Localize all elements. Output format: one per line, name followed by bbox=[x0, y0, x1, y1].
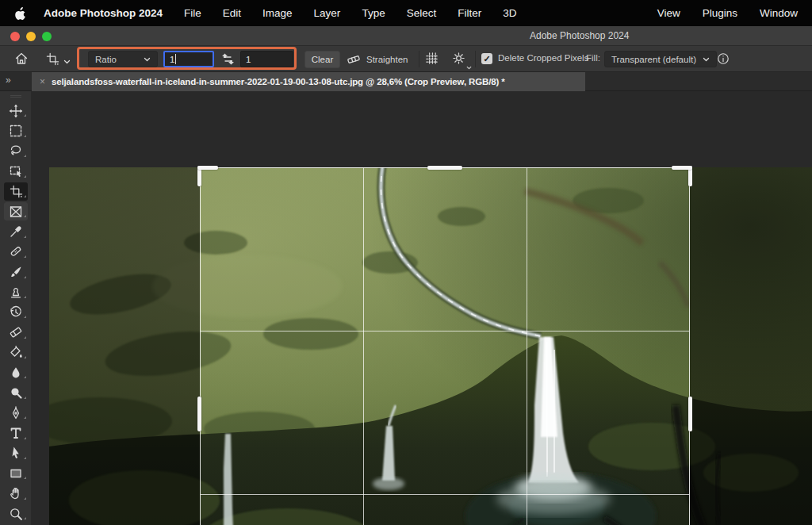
brush-icon bbox=[9, 265, 23, 279]
tool-dodge[interactable] bbox=[0, 382, 32, 402]
clear-button[interactable]: Clear bbox=[304, 51, 340, 68]
menu-image[interactable]: Image bbox=[262, 7, 293, 19]
document-tab-title: seljalandsfoss-waterfall-in-iceland-in-s… bbox=[52, 77, 505, 86]
straighten-icon bbox=[347, 52, 361, 67]
marquee-icon bbox=[9, 124, 23, 138]
ratio-width-input[interactable]: 1 bbox=[163, 51, 214, 67]
document-tab-bar: » × seljalandsfoss-waterfall-in-iceland-… bbox=[0, 72, 812, 91]
crop-icon bbox=[10, 185, 23, 198]
crop-shield-left bbox=[49, 167, 200, 525]
move-icon bbox=[9, 104, 23, 118]
window-title: Adobe Photoshop 2024 bbox=[530, 30, 629, 41]
ratio-height-input[interactable]: 1 bbox=[240, 51, 293, 67]
menu-select[interactable]: Select bbox=[407, 7, 437, 19]
tool-blur[interactable] bbox=[0, 362, 32, 382]
tool-type[interactable] bbox=[0, 423, 32, 443]
tool-pen[interactable] bbox=[0, 403, 32, 423]
fill-dropdown-value: Transparent (default) bbox=[611, 55, 696, 64]
eraser-icon bbox=[9, 325, 23, 339]
menu-3d[interactable]: 3D bbox=[503, 7, 516, 19]
menu-app-name[interactable]: Adobe Photoshop 2024 bbox=[44, 7, 163, 19]
apple-icon[interactable] bbox=[14, 6, 26, 20]
tool-move[interactable] bbox=[0, 101, 32, 121]
tool-object-selection[interactable] bbox=[0, 161, 32, 181]
menu-type[interactable]: Type bbox=[362, 7, 385, 19]
object-selection-icon bbox=[9, 164, 23, 178]
divider bbox=[475, 51, 476, 67]
tool-spot-healing-brush[interactable] bbox=[0, 242, 32, 262]
tool-zoom[interactable] bbox=[0, 504, 32, 523]
frame-icon bbox=[9, 205, 23, 219]
menu-filter[interactable]: Filter bbox=[458, 7, 481, 19]
rectangle-icon bbox=[9, 466, 23, 481]
menu-window[interactable]: Window bbox=[760, 7, 798, 19]
crop-bounding-box[interactable] bbox=[200, 167, 690, 525]
eyedropper-icon bbox=[9, 224, 23, 239]
menu-layer[interactable]: Layer bbox=[314, 7, 341, 19]
chevron-down-icon bbox=[703, 57, 710, 62]
blur-icon bbox=[9, 366, 23, 380]
fill-label: Fill: bbox=[586, 53, 600, 63]
straighten-button[interactable]: Straighten bbox=[347, 51, 408, 68]
tool-frame[interactable] bbox=[0, 201, 32, 221]
swap-dimensions-icon[interactable] bbox=[221, 53, 235, 67]
delete-cropped-pixels-label: Delete Cropped Pixels bbox=[498, 53, 588, 63]
menu-plugins[interactable]: Plugins bbox=[703, 7, 737, 19]
delete-cropped-pixels-checkbox[interactable]: ✓ bbox=[481, 53, 492, 64]
menu-edit[interactable]: Edit bbox=[223, 7, 241, 19]
document-tab[interactable]: × seljalandsfoss-waterfall-in-iceland-in… bbox=[32, 72, 585, 91]
tab-close-icon[interactable]: × bbox=[40, 76, 45, 87]
crop-shield-right bbox=[690, 167, 812, 525]
info-icon[interactable] bbox=[717, 52, 730, 67]
straighten-label: Straighten bbox=[366, 55, 408, 64]
clear-button-label: Clear bbox=[312, 55, 333, 64]
crop-grid-horizontal-2 bbox=[201, 494, 689, 495]
tool-path-selection[interactable] bbox=[0, 443, 32, 463]
crop-handle-middle-right[interactable] bbox=[688, 397, 692, 431]
zoom-icon bbox=[9, 507, 23, 521]
close-window-button[interactable] bbox=[10, 32, 20, 41]
tool-brush[interactable] bbox=[0, 262, 32, 282]
tool-crop[interactable] bbox=[0, 182, 32, 201]
crop-settings-gear-icon[interactable] bbox=[452, 52, 465, 67]
document-canvas[interactable] bbox=[32, 91, 812, 525]
gear-chevron-icon bbox=[466, 62, 472, 71]
home-icon[interactable] bbox=[14, 52, 29, 67]
tool-rectangle-shape[interactable] bbox=[0, 463, 32, 483]
lasso-icon bbox=[9, 144, 23, 158]
menu-view[interactable]: View bbox=[657, 7, 680, 19]
ratio-width-value: 1 bbox=[170, 55, 174, 64]
tool-gradient[interactable] bbox=[0, 343, 32, 362]
tool-eraser[interactable] bbox=[0, 322, 32, 342]
aspect-preset-value: Ratio bbox=[95, 55, 117, 64]
window-title-bar: Adobe Photoshop 2024 bbox=[0, 26, 812, 46]
gradient-icon bbox=[9, 345, 23, 359]
crop-handle-top-center[interactable] bbox=[427, 166, 462, 170]
menu-file[interactable]: File bbox=[184, 7, 201, 19]
tool-history-brush[interactable] bbox=[0, 302, 32, 322]
crop-options-bar: Ratio 1 1 Clear Straighten bbox=[0, 46, 812, 72]
tool-lasso[interactable] bbox=[0, 141, 32, 161]
crop-grid-vertical-1 bbox=[363, 168, 364, 525]
type-icon bbox=[9, 426, 23, 440]
history-brush-icon bbox=[9, 305, 23, 320]
minimize-window-button[interactable] bbox=[26, 32, 36, 41]
check-icon: ✓ bbox=[483, 54, 490, 64]
zoom-window-button[interactable] bbox=[42, 32, 52, 41]
panel-grip[interactable] bbox=[0, 91, 31, 101]
overlay-grid-icon[interactable] bbox=[425, 52, 439, 67]
healing-brush-icon bbox=[9, 244, 23, 259]
panel-collapse-toggle[interactable]: » bbox=[6, 75, 11, 86]
aspect-preset-dropdown[interactable]: Ratio bbox=[88, 51, 158, 67]
crop-handle-top-left-h[interactable] bbox=[197, 166, 218, 170]
tool-rectangular-marquee[interactable] bbox=[0, 121, 32, 140]
tool-preset-chevron-icon[interactable] bbox=[63, 56, 71, 66]
fill-dropdown[interactable]: Transparent (default) bbox=[604, 51, 717, 67]
tool-clone-stamp[interactable] bbox=[0, 282, 32, 302]
crop-handle-middle-left[interactable] bbox=[197, 397, 201, 431]
crop-tool-icon[interactable] bbox=[46, 52, 59, 67]
tool-hand[interactable] bbox=[0, 483, 32, 503]
tool-eyedropper[interactable] bbox=[0, 221, 32, 241]
crop-handle-top-right-h[interactable] bbox=[672, 166, 692, 170]
tools-panel bbox=[0, 91, 32, 525]
